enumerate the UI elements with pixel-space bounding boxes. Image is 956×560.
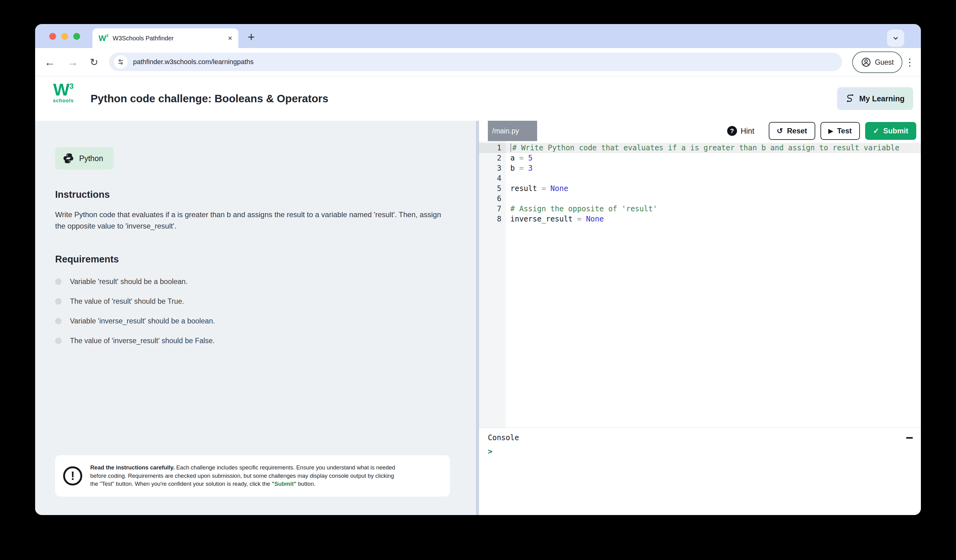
requirement-status-icon <box>55 338 61 344</box>
code-text: result = None <box>506 184 568 194</box>
w3schools-logo[interactable]: W3 schools <box>53 82 74 104</box>
console-prompt: > <box>488 447 921 456</box>
code-line[interactable]: 6 <box>479 194 921 204</box>
profile-button[interactable]: Guest <box>852 52 903 73</box>
question-icon: ? <box>727 126 737 136</box>
code-text: a = 5 <box>506 153 533 163</box>
test-button[interactable]: ▶ Test <box>821 122 860 140</box>
code-editor[interactable]: 1 # Write Python code that evaluates if … <box>479 141 921 428</box>
line-number: 4 <box>479 173 506 184</box>
code-text: b = 3 <box>506 163 533 173</box>
line-number: 7 <box>479 204 506 214</box>
console-header: Console <box>479 428 921 442</box>
python-icon <box>63 153 74 164</box>
main-content: Python Instructions Write Python code th… <box>35 121 921 515</box>
reset-icon: ↺ <box>777 127 783 135</box>
w3schools-favicon-icon: W3 <box>99 34 108 42</box>
collapse-console-icon[interactable] <box>906 437 913 439</box>
console-label: Console <box>488 433 519 442</box>
code-text: inverse_result = None <box>506 214 604 224</box>
code-line[interactable]: 4 <box>479 173 921 184</box>
requirements-heading: Requirements <box>55 254 119 265</box>
instructions-heading: Instructions <box>55 189 110 200</box>
info-text: Read the instructions carefully. Each ch… <box>90 464 398 488</box>
code-line[interactable]: 1 # Write Python code that evaluates if … <box>479 143 921 153</box>
traffic-lights <box>49 33 80 40</box>
requirement-text: Variable 'inverse_result' should be a bo… <box>70 317 215 325</box>
chevron-down-icon <box>892 34 899 42</box>
requirement-item: Variable 'inverse_result' should be a bo… <box>55 316 215 326</box>
window-zoom-button[interactable] <box>73 33 80 40</box>
line-number: 8 <box>479 214 506 224</box>
editor-actions: ? Hint ↺ Reset ▶ Test ✓ Submit <box>727 121 916 141</box>
instructions-text: Write Python code that evaluates if a is… <box>55 209 449 232</box>
line-number: 5 <box>479 184 506 194</box>
avatar-icon <box>861 57 871 68</box>
submit-highlight: "Submit" <box>272 481 296 487</box>
challenge-panel: Python Instructions Write Python code th… <box>35 121 476 515</box>
requirement-item: The value of 'result' should be True. <box>55 296 215 307</box>
tab-close-icon[interactable]: × <box>228 35 232 42</box>
file-tab-main-py[interactable]: /main.py <box>488 121 537 141</box>
requirement-text: The value of 'result' should be True. <box>70 297 184 305</box>
console-panel: Console > <box>479 428 921 515</box>
alert-icon: ! <box>63 466 82 486</box>
line-number: 2 <box>479 153 506 163</box>
browser-menu-icon[interactable]: ⋮ <box>905 57 915 68</box>
line-number: 6 <box>479 194 506 204</box>
code-line[interactable]: 7 # Assign the opposite of 'result' <box>479 204 921 214</box>
play-icon: ▶ <box>829 128 833 134</box>
line-number: 1 <box>479 143 506 153</box>
requirement-status-icon <box>55 318 61 324</box>
requirement-item: Variable 'result' should be a boolean. <box>55 277 215 287</box>
language-label: Python <box>79 154 103 163</box>
panel-resizer[interactable] <box>476 121 479 515</box>
requirement-status-icon <box>55 298 61 305</box>
code-text: # Write Python code that evaluates if a … <box>506 143 899 153</box>
new-tab-button[interactable]: + <box>248 31 255 43</box>
editor-panel: /main.py ? Hint ↺ Reset ▶ Test <box>479 121 921 515</box>
line-number: 3 <box>479 163 506 173</box>
browser-tab[interactable]: W3 W3Schools Pathfinder × <box>93 28 238 48</box>
info-card: ! Read the instructions carefully. Each … <box>55 455 450 497</box>
window-minimize-button[interactable] <box>61 33 68 40</box>
code-line[interactable]: 2 a = 5 <box>479 153 921 163</box>
hint-button[interactable]: ? Hint <box>727 126 754 136</box>
reload-button[interactable]: ↻ <box>90 57 98 67</box>
editor-toolbar: /main.py ? Hint ↺ Reset ▶ Test <box>479 121 921 141</box>
requirement-text: Variable 'result' should be a boolean. <box>70 278 187 286</box>
requirement-status-icon <box>55 278 61 285</box>
requirement-item: The value of 'inverse_result' should be … <box>55 336 215 346</box>
python-badge: Python <box>55 147 114 170</box>
code-text: # Assign the opposite of 'result' <box>506 204 657 214</box>
code-text <box>506 173 510 184</box>
requirements-list: Variable 'result' should be a boolean. T… <box>55 277 215 346</box>
text-cursor <box>510 143 511 151</box>
tab-strip: W3 W3Schools Pathfinder × + <box>35 24 921 48</box>
code-line[interactable]: 3 b = 3 <box>479 163 921 173</box>
my-learning-button[interactable]: My Learning <box>837 87 913 110</box>
tab-search-button[interactable] <box>887 30 904 47</box>
code-line[interactable]: 5 result = None <box>479 184 921 194</box>
page-title: Python code challenge: Booleans & Operat… <box>91 93 328 105</box>
tab-title: W3Schools Pathfinder <box>113 35 228 42</box>
forward-button[interactable]: → <box>67 57 78 68</box>
browser-toolbar: ← → ↻ pathfinder.w3schools.com/learningp… <box>35 48 921 76</box>
code-area: 1 # Write Python code that evaluates if … <box>479 141 921 224</box>
browser-window: W3 W3Schools Pathfinder × + ← → ↻ pathfi… <box>35 24 921 515</box>
guest-label: Guest <box>875 58 894 66</box>
code-text <box>506 194 510 204</box>
reset-button[interactable]: ↺ Reset <box>769 122 815 140</box>
site-settings-icon[interactable] <box>114 55 127 69</box>
app-header: W3 schools Python code challenge: Boolea… <box>35 76 921 121</box>
window-close-button[interactable] <box>49 33 56 40</box>
submit-button[interactable]: ✓ Submit <box>865 122 916 140</box>
code-line[interactable]: 8 inverse_result = None <box>479 214 921 224</box>
address-bar[interactable]: pathfinder.w3schools.com/learningpaths <box>109 53 842 71</box>
learning-path-icon <box>846 94 855 103</box>
check-icon: ✓ <box>873 127 879 135</box>
url-text: pathfinder.w3schools.com/learningpaths <box>133 58 253 66</box>
back-button[interactable]: ← <box>44 57 55 68</box>
requirement-text: The value of 'inverse_result' should be … <box>70 337 215 345</box>
